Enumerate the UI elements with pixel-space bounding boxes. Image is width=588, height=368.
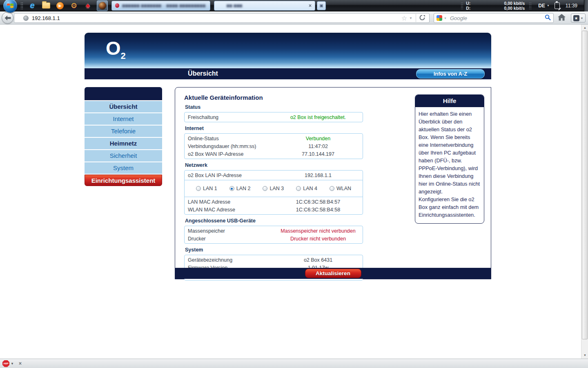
radio-wlan[interactable]: WLAN bbox=[330, 186, 351, 191]
row-label: o2 Box WAN IP-Adresse bbox=[185, 151, 274, 157]
sidebar-item-internet[interactable]: Internet bbox=[85, 113, 162, 125]
back-button[interactable] bbox=[2, 12, 13, 24]
radio-lan-2[interactable]: LAN 2 bbox=[229, 186, 251, 191]
download-label: D: bbox=[466, 6, 470, 11]
windows-explorer-icon[interactable] bbox=[41, 1, 51, 11]
sidebar-item-einrichtungsassistent[interactable]: Einrichtungsassistent bbox=[85, 175, 162, 186]
start-button[interactable] bbox=[3, 0, 17, 13]
home-button[interactable] bbox=[558, 14, 566, 22]
system-tray: U:0,00 kbit/s D:0,00 kbit/s DE ▼ 11:39 bbox=[458, 0, 588, 11]
radio-lan-3[interactable]: LAN 3 bbox=[263, 186, 284, 191]
sidebar-menu: ÜbersichtInternetTelefonieHeimnetzSicher… bbox=[85, 87, 162, 186]
search-placeholder[interactable]: Google bbox=[450, 15, 467, 21]
site-identity-globe-icon[interactable] bbox=[23, 16, 29, 21]
section-heading-system: System bbox=[185, 247, 491, 253]
sidebar-item-bersicht[interactable]: Übersicht bbox=[85, 101, 162, 112]
adblock-plus-icon[interactable]: ABP bbox=[2, 360, 9, 367]
aktualisieren-button[interactable]: Aktualisieren bbox=[305, 269, 361, 278]
table-row: o2 Box LAN IP-Adresse192.168.1.1 bbox=[185, 171, 363, 179]
url-bar[interactable]: 192.168.1.1 ☆ ▼ bbox=[14, 13, 430, 23]
network-mac-subsection: LAN MAC Adresse1C:C6:3C:58:B4:57WLAN MAC… bbox=[185, 197, 363, 214]
section-box-internet: Online-StatusVerbundenVerbindungsdauer (… bbox=[184, 133, 363, 159]
google-search-engine-icon[interactable] bbox=[437, 15, 442, 21]
url-text[interactable]: 192.168.1.1 bbox=[32, 15, 60, 21]
browser-addon-bar: ABP ▼ × bbox=[0, 359, 588, 368]
radio-circle-icon bbox=[296, 186, 301, 191]
row-value: o2 Box ist freigeschaltet. bbox=[274, 114, 363, 120]
reload-button[interactable] bbox=[416, 14, 427, 22]
sidebar-item-system[interactable]: System bbox=[85, 162, 162, 174]
row-value: 192.168.1.1 bbox=[274, 173, 363, 178]
radio-circle-icon bbox=[229, 186, 234, 191]
reload-icon bbox=[419, 15, 425, 20]
taskbar-window-button-2[interactable]: ▆▆ ▆▆▆ × bbox=[214, 1, 315, 11]
bookmark-star-icon[interactable]: ☆ bbox=[401, 14, 407, 22]
table-row: o2 Box WAN IP-Adresse77.10.144.197 bbox=[185, 150, 363, 158]
infos-von-a-z-button[interactable]: Infos von A-Z bbox=[416, 69, 485, 79]
download-value: 0,00 kbit/s bbox=[504, 6, 526, 11]
o2-logo: O2 bbox=[106, 37, 126, 61]
row-value: Verbunden bbox=[274, 136, 363, 141]
radio-circle-icon bbox=[263, 186, 267, 191]
row-label: Massenspeicher bbox=[185, 228, 274, 234]
browser-navigation-bar: 192.168.1.1 ☆ ▼ ▼ Google ★ bbox=[0, 11, 588, 25]
search-engine-caret-icon[interactable]: ▼ bbox=[444, 17, 447, 20]
row-value: Drucker nicht verbunden bbox=[274, 236, 363, 242]
table-row: Verbindungsdauer (hh:mm:ss)11:47:02 bbox=[185, 142, 363, 150]
row-value: 77.10.144.197 bbox=[274, 151, 363, 157]
table-row: MassenspeicherMassenspeicher nicht verbu… bbox=[185, 227, 363, 235]
search-go-button[interactable] bbox=[545, 14, 551, 22]
pokerstars-icon[interactable]: ♠ bbox=[83, 1, 93, 11]
scrollbar-thumb[interactable] bbox=[582, 31, 588, 339]
help-title: Hilfe bbox=[415, 95, 484, 107]
o2-header-banner: O2 bbox=[85, 33, 491, 68]
urlbar-dropdown-icon[interactable]: ▼ bbox=[409, 16, 412, 20]
mini-button-glyph: ▣ bbox=[319, 3, 323, 8]
taskbar-window-button-1[interactable]: ▆▆▆▆▆▆ ▆▆▆▆▆▆▆ – ▆▆▆▆ ▆▆▆▆▆▆▆▆▆ … bbox=[111, 1, 210, 11]
radio-lan-4[interactable]: LAN 4 bbox=[296, 186, 317, 191]
show-desktop-button[interactable] bbox=[584, 0, 588, 11]
close-icon[interactable]: × bbox=[305, 3, 312, 9]
row-label: o2 Box LAN IP-Adresse bbox=[185, 173, 274, 178]
taskbar-clock[interactable]: 11:39 bbox=[566, 3, 577, 9]
row-label: Freischaltung bbox=[185, 114, 274, 120]
back-arrow-icon bbox=[4, 16, 11, 20]
windows-logo-icon bbox=[7, 3, 13, 9]
row-value: 1C:C6:3C:58:B4:57 bbox=[274, 199, 363, 205]
tray-grip[interactable] bbox=[461, 2, 463, 9]
folder-glyph bbox=[42, 2, 50, 9]
browser-content-area: O2 Übersicht Infos von A-Z ÜbersichtInte… bbox=[0, 25, 581, 359]
quick-launch-grip[interactable] bbox=[20, 2, 23, 9]
tray-grip-2[interactable] bbox=[529, 2, 532, 9]
gear-glyph: ⚙ bbox=[71, 1, 77, 10]
sidebar-item-sicherheit[interactable]: Sicherheit bbox=[85, 150, 162, 162]
settings-gears-icon[interactable]: ⚙ bbox=[69, 1, 79, 11]
home-icon bbox=[558, 14, 566, 21]
scrollbar-up-icon[interactable]: ▲ bbox=[581, 25, 588, 31]
browser-scrollbar[interactable]: ▲ ▼ bbox=[581, 25, 588, 359]
media-player-icon[interactable]: ▶ bbox=[55, 1, 65, 11]
search-bar[interactable]: ▼ Google bbox=[434, 13, 554, 23]
taskbar-mini-button[interactable]: ▣ bbox=[317, 1, 326, 10]
firefox-taskbar-button[interactable] bbox=[97, 0, 108, 11]
firefox-icon bbox=[99, 2, 106, 9]
scrollbar-down-icon[interactable]: ▼ bbox=[581, 352, 588, 359]
table-row: DruckerDrucker nicht verbunden bbox=[185, 235, 363, 242]
help-paragraph: Hier erhalten Sie einen Überblick über d… bbox=[419, 110, 481, 195]
table-row: Online-StatusVerbunden bbox=[185, 135, 363, 142]
addon-bar-close-icon[interactable]: × bbox=[19, 361, 22, 366]
row-label: Online-Status bbox=[185, 136, 274, 141]
sidebar-item-heimnetz[interactable]: Heimnetz bbox=[85, 138, 162, 149]
network-speed-indicator: U:0,00 kbit/s D:0,00 kbit/s bbox=[466, 1, 526, 11]
radio-lan-1[interactable]: LAN 1 bbox=[196, 186, 217, 191]
adblock-caret-icon[interactable]: ▼ bbox=[11, 362, 14, 366]
clipboard-tray-icon[interactable] bbox=[555, 2, 560, 9]
sidebar-item-telefonie[interactable]: Telefonie bbox=[85, 126, 162, 137]
bookmarks-menu-button[interactable]: ★ ▼ bbox=[571, 13, 586, 22]
language-indicator[interactable]: DE bbox=[538, 3, 545, 9]
help-box: Hilfe Hier erhalten Sie einen Überblick … bbox=[415, 94, 484, 224]
network-port-radios: LAN 1LAN 2LAN 3LAN 4WLAN bbox=[185, 180, 363, 197]
internet-explorer-icon[interactable]: e bbox=[27, 1, 37, 11]
language-caret-icon[interactable]: ▼ bbox=[547, 4, 550, 7]
network-ip-subsection: o2 Box LAN IP-Adresse192.168.1.1 bbox=[185, 171, 363, 180]
